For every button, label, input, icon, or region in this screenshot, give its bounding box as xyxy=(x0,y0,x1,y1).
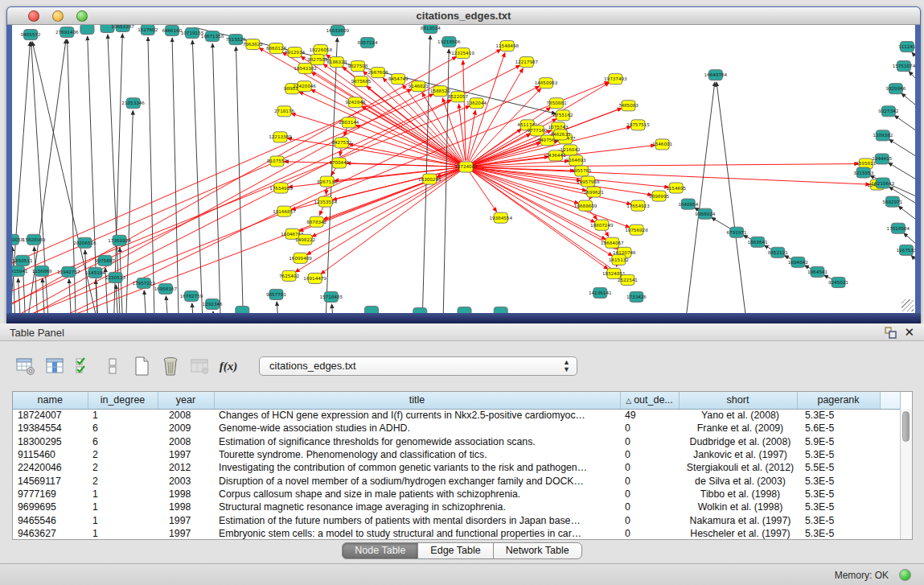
network-node[interactable]: 14957988 xyxy=(577,176,600,187)
network-node[interactable]: 8755162 xyxy=(553,110,573,121)
network-node[interactable]: 1699621 xyxy=(584,187,604,197)
table-row[interactable]: 1456911722003Disruption of a novel membe… xyxy=(13,474,900,487)
tab-node-table[interactable]: Node Table xyxy=(342,542,418,559)
network-node[interactable]: 16648784 xyxy=(704,70,728,80)
network-node[interactable]: 12213389 xyxy=(269,132,292,142)
table-row[interactable]: 946362711997Embryonic stem cells: a mode… xyxy=(13,527,900,540)
network-node[interactable]: 19384554 xyxy=(489,212,512,223)
network-node[interactable]: 8107552 xyxy=(267,156,287,167)
column-select-button[interactable] xyxy=(72,355,95,377)
network-node[interactable]: 1498222 xyxy=(295,234,315,245)
table-row[interactable]: 1938455462009Genome-wide association stu… xyxy=(13,422,900,435)
table-row[interactable]: 1830029562008Estimation of significance … xyxy=(13,435,900,448)
network-node[interactable]: 17957223 xyxy=(132,278,155,288)
table-select[interactable]: citations_edges.txt ▲▼ xyxy=(259,356,577,376)
network-node[interactable]: 9329966 xyxy=(885,84,906,94)
column-header-out_de[interactable]: △out_de... xyxy=(620,392,679,409)
network-node[interactable]: 5692971 xyxy=(882,196,902,207)
network-node[interactable] xyxy=(494,307,507,313)
network-node[interactable]: 19684067 xyxy=(601,237,624,248)
network-node[interactable]: 27691406 xyxy=(55,27,79,38)
network-node[interactable]: 12353534 xyxy=(314,196,337,207)
network-node[interactable]: 9245021 xyxy=(828,277,848,287)
network-node[interactable]: 8427552 xyxy=(331,138,351,148)
network-node[interactable]: 1700441 xyxy=(329,158,349,168)
network-node[interactable]: 15718485 xyxy=(319,291,343,302)
network-node[interactable]: 1733426 xyxy=(626,291,647,302)
float-panel-icon[interactable] xyxy=(885,327,897,339)
network-node[interactable]: 10653287 xyxy=(111,25,134,32)
network-node[interactable]: 2803144 xyxy=(339,117,359,128)
network-node[interactable]: 21053346 xyxy=(121,98,145,109)
network-node[interactable]: 1362044 xyxy=(466,98,487,109)
network-window-titlebar[interactable]: citations_edges.txt xyxy=(7,7,920,25)
trash-button[interactable] xyxy=(159,355,182,377)
network-node[interactable]: 9227342 xyxy=(878,106,898,117)
network-node[interactable]: 15751074 xyxy=(893,61,915,72)
network-node[interactable]: 20206516 xyxy=(73,237,97,248)
network-node[interactable]: 1527602 xyxy=(138,25,158,35)
network-node[interactable]: 19737493 xyxy=(604,74,627,84)
network-node[interactable]: 7625402 xyxy=(279,270,299,281)
table-options-button[interactable] xyxy=(14,355,37,377)
network-node[interactable]: 1209382 xyxy=(873,130,893,141)
network-node[interactable]: 16958167 xyxy=(154,283,178,294)
network-node[interactable]: 12325419 xyxy=(451,48,474,59)
network-node[interactable]: 8878342 xyxy=(306,216,326,227)
network-node[interactable]: 18757515 xyxy=(626,120,650,130)
network-node[interactable]: 9958924 xyxy=(695,208,715,219)
table-row[interactable]: 946554611997Estimation of the future num… xyxy=(13,513,900,526)
network-node[interactable]: 9242848 xyxy=(345,97,365,108)
network-node[interactable]: 8860128 xyxy=(266,43,286,54)
column-header-pagerank[interactable]: pagerank xyxy=(797,392,880,409)
table-row[interactable]: 977716911998Corpus callosum shape and si… xyxy=(13,488,900,501)
network-node[interactable]: 111241 xyxy=(898,42,915,52)
network-node[interactable]: 9405572 xyxy=(21,30,41,40)
rows-button[interactable] xyxy=(101,355,124,377)
table-row[interactable]: 2242004622012Investigating the contribut… xyxy=(13,461,900,474)
network-node[interactable] xyxy=(236,306,249,313)
network-node[interactable]: 1250513 xyxy=(105,272,125,282)
network-node[interactable] xyxy=(458,307,471,313)
network-node[interactable]: 14136141 xyxy=(589,287,612,298)
delete-table-button[interactable] xyxy=(188,355,211,377)
column-header-short[interactable]: short xyxy=(679,392,797,409)
network-node[interactable]: 9777169 xyxy=(527,126,547,136)
network-node[interactable]: 18226058 xyxy=(309,45,332,56)
network-node[interactable]: 17654923 xyxy=(626,200,650,211)
network-node[interactable]: 19218506 xyxy=(437,37,461,47)
table-row[interactable]: 911546021997Tourette syndrome. Phenomeno… xyxy=(13,448,900,461)
network-node[interactable]: 19756928 xyxy=(625,225,648,235)
network-node[interactable]: 8912934 xyxy=(285,47,305,58)
network-node[interactable]: 16782759 xyxy=(180,290,203,301)
new-document-button[interactable] xyxy=(130,355,153,377)
column-header-name[interactable]: name xyxy=(13,392,88,409)
network-node[interactable]: 1244415 xyxy=(872,154,892,164)
network-node[interactable]: 1167533 xyxy=(896,245,915,255)
function-builder-button[interactable]: f(x) xyxy=(217,355,240,377)
table-row[interactable]: 969969511998Structural magnetic resonanc… xyxy=(13,501,900,513)
network-node[interactable]: 2967608 xyxy=(368,68,388,78)
network-node[interactable]: 9857791 xyxy=(266,289,286,299)
network-node[interactable]: 16099489 xyxy=(289,253,312,263)
network-node[interactable]: 1955781 xyxy=(572,166,592,176)
network-node[interactable] xyxy=(80,25,94,35)
network-node[interactable]: 2718176 xyxy=(274,106,294,117)
network-node[interactable]: 9827508 xyxy=(347,61,368,72)
network-node[interactable]: 1164693 xyxy=(566,155,586,166)
network-node[interactable]: 17016504 xyxy=(887,223,910,233)
network-node[interactable] xyxy=(364,306,378,313)
table-scrollbar-thumb[interactable] xyxy=(902,411,910,442)
network-node[interactable]: 1850511 xyxy=(13,255,33,266)
network-node[interactable]: 6466160 xyxy=(162,26,182,36)
network-node[interactable]: 2522541 xyxy=(618,274,638,285)
network-node[interactable]: 1154695 xyxy=(666,183,686,193)
network-node[interactable]: 11548498 xyxy=(495,41,519,51)
network-node[interactable]: 7485083 xyxy=(618,101,639,111)
network-node[interactable]: 3915941 xyxy=(12,266,28,276)
network-node[interactable]: 16914479 xyxy=(303,273,326,283)
network-node[interactable]: 15828989 xyxy=(23,234,46,245)
network-node[interactable]: 8357224 xyxy=(357,38,377,48)
column-header-year[interactable]: year xyxy=(158,392,214,409)
network-node[interactable]: 9875685 xyxy=(351,76,371,87)
